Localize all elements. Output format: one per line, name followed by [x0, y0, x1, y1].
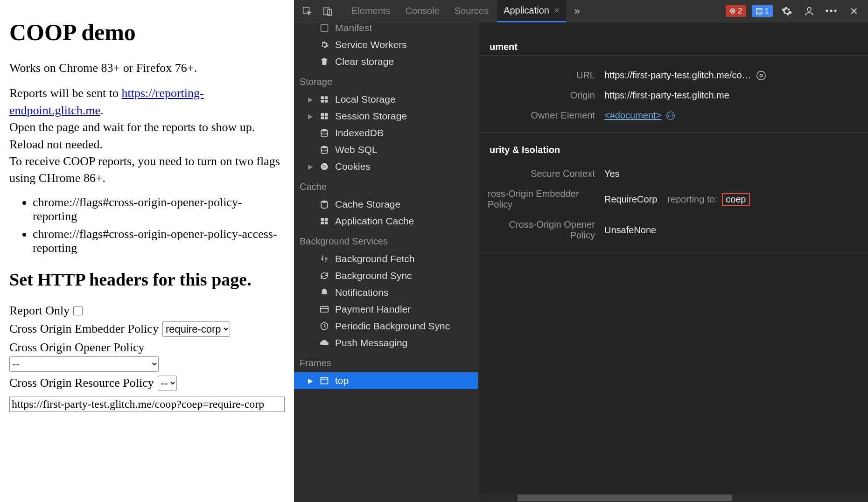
svg-point-3 [807, 7, 811, 11]
error-count-badge[interactable]: ⊗2 [726, 5, 746, 17]
owner-value[interactable]: <#document> [604, 110, 859, 121]
close-devtools-icon[interactable]: × [847, 4, 861, 19]
kebab-menu-icon[interactable]: ••• [824, 4, 839, 19]
window-icon [319, 376, 329, 386]
flags-list: chrome://flags#cross-origin-opener-polic… [33, 195, 285, 255]
database-icon [319, 128, 329, 138]
table-icon [319, 216, 329, 226]
message-icon: ▤ [756, 6, 763, 16]
report-only-checkbox[interactable] [73, 306, 83, 315]
sidebar-item-payment[interactable]: Payment Handler [294, 301, 478, 318]
caret-icon: ▶ [307, 112, 314, 120]
label: Background Fetch [335, 253, 414, 265]
row-coop: Cross-Origin Opener Policy UnsafeNone [488, 215, 859, 245]
corp-row: Cross Origin Resource Policy -- [9, 376, 285, 391]
tab-console[interactable]: Console [399, 0, 446, 22]
corp-select[interactable]: -- [158, 376, 177, 391]
sidebar-item-local-storage[interactable]: ▶ Local Storage [294, 91, 478, 108]
sync-icon [319, 271, 329, 281]
row-secure-context: Secure Context Yes [488, 164, 859, 184]
label: Cache Storage [335, 199, 400, 210]
reveal-icon[interactable] [756, 70, 766, 81]
sidebar-item-websql[interactable]: Web SQL [294, 141, 478, 158]
sidebar-item-push[interactable]: Push Messaging [294, 335, 478, 351]
generated-url-input[interactable] [9, 397, 285, 412]
coep-label: ross-Origin Embedder Policy [488, 188, 595, 210]
sidebar-item-bg-sync[interactable]: Background Sync [294, 267, 478, 284]
table-icon [319, 94, 329, 105]
sidebar-item-clear-storage[interactable]: Clear storage [294, 53, 478, 70]
svg-point-15 [321, 163, 328, 170]
label: Service Workers [335, 39, 407, 50]
devtools-body: Manifest Service Workers Clear storage S… [294, 22, 868, 502]
sidebar-item-cookies[interactable]: ▶ Cookies [294, 158, 478, 175]
label: Clear storage [335, 56, 394, 67]
svg-point-30 [760, 74, 763, 77]
svg-rect-27 [321, 377, 328, 383]
origin-label: Origin [488, 90, 595, 101]
tab-application[interactable]: Application× [497, 0, 566, 22]
sidebar-item-session-storage[interactable]: ▶ Session Storage [294, 108, 478, 125]
error-icon: ⊗ [729, 6, 736, 16]
svg-rect-4 [321, 25, 328, 32]
label: Background Sync [335, 270, 412, 281]
reports-paragraph: Reports will be sent to https://reportin… [9, 85, 285, 187]
sidebar-item-bg-fetch[interactable]: Background Fetch [294, 251, 478, 267]
coep-value: RequireCorp reporting to: coep [604, 193, 859, 206]
label: Push Messaging [335, 337, 407, 349]
svg-rect-6 [325, 96, 328, 99]
coop-select[interactable]: -- [9, 356, 159, 372]
label: Web SQL [335, 144, 378, 155]
headers-heading: Set HTTP headers for this page. [9, 269, 285, 290]
settings-icon[interactable] [779, 4, 794, 19]
coop-select-row: -- [9, 356, 285, 372]
sidebar-item-frame-top[interactable]: ▶ top [294, 372, 478, 389]
storage-group-title: Storage [294, 70, 478, 91]
more-tabs-icon[interactable]: » [571, 5, 584, 18]
svg-rect-10 [325, 113, 328, 116]
svg-point-17 [325, 166, 326, 167]
cloud-icon [319, 338, 329, 348]
code-icon [666, 111, 675, 120]
table-icon [319, 111, 329, 121]
coep-select[interactable]: require-corp [162, 321, 230, 337]
tab-sources[interactable]: Sources [448, 0, 495, 22]
sidebar-item-periodic-sync[interactable]: Periodic Background Sync [294, 318, 478, 335]
sidebar-item-notifications[interactable]: Notifications [294, 284, 478, 301]
tab-elements[interactable]: Elements [345, 0, 397, 22]
url-label: URL [488, 70, 595, 81]
coep-row: Cross Origin Embedder Policy require-cor… [9, 321, 285, 337]
intro-text: Works on Chrome 83+ or Firefox 76+. [9, 60, 285, 77]
label: Notifications [335, 287, 388, 298]
close-icon[interactable]: × [554, 5, 560, 16]
sidebar-item-application-cache[interactable]: Application Cache [294, 213, 478, 230]
cookie-icon [319, 161, 329, 172]
flag-item: chrome://flags#cross-origin-opener-polic… [33, 227, 285, 255]
label: Local Storage [335, 94, 396, 105]
horizontal-scrollbar[interactable] [478, 494, 868, 502]
coop-label: Cross-Origin Opener Policy [488, 219, 595, 241]
device-toolbar-icon[interactable] [321, 5, 334, 18]
svg-rect-5 [321, 96, 324, 99]
account-icon[interactable] [802, 4, 817, 19]
label: Session Storage [335, 111, 407, 122]
sidebar-item-indexeddb[interactable]: IndexedDB [294, 125, 478, 141]
label: top [335, 375, 349, 386]
svg-point-16 [322, 165, 324, 166]
svg-point-13 [321, 129, 327, 132]
page-title: COOP demo [9, 19, 285, 46]
bell-icon [319, 287, 329, 298]
svg-rect-7 [321, 100, 324, 103]
message-count-badge[interactable]: ▤1 [752, 5, 773, 17]
webpage-content: COOP demo Works on Chrome 83+ or Firefox… [0, 0, 294, 502]
sidebar-item-manifest[interactable]: Manifest [294, 22, 478, 36]
gear-icon [319, 40, 329, 50]
inspect-element-icon[interactable] [301, 5, 314, 18]
manifest-icon [319, 23, 329, 33]
sidebar-item-cache-storage[interactable]: Cache Storage [294, 196, 478, 213]
application-sidebar: Manifest Service Workers Clear storage S… [294, 22, 478, 502]
label: Payment Handler [335, 304, 411, 315]
row-coep: ross-Origin Embedder Policy RequireCorp … [488, 184, 859, 215]
label: Periodic Background Sync [335, 321, 450, 332]
sidebar-item-service-workers[interactable]: Service Workers [294, 36, 478, 53]
